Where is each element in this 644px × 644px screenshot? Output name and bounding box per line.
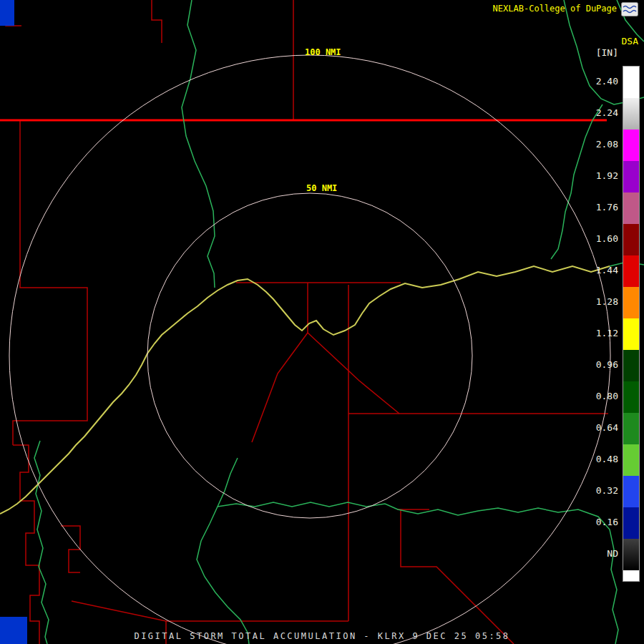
legend-tick-label: 0.64 — [580, 412, 618, 444]
range-rings — [9, 55, 610, 644]
river-highlight — [0, 266, 610, 514]
legend-tick-label: 0.48 — [580, 444, 618, 475]
county-boundaries — [6, 0, 608, 644]
legend-tick-label: 0.96 — [580, 349, 618, 381]
product-code-label: DSA — [622, 36, 638, 47]
product-title: DIGITAL STORM TOTAL ACCUMULATION - KLRX … — [0, 631, 644, 641]
legend-color-swatch — [623, 192, 639, 224]
legend-color-swatch — [623, 224, 639, 255]
legend-color-swatch — [623, 381, 639, 413]
legend-tick-label: 2.24 — [580, 97, 618, 129]
legend-tick-label: 2.08 — [580, 129, 618, 160]
legend-tick-label: 1.12 — [580, 318, 618, 349]
radar-map — [0, 0, 644, 644]
legend-color-swatch — [623, 161, 639, 192]
legend-color-swatch — [623, 318, 639, 350]
legend-tick-label: 0.32 — [580, 475, 618, 507]
legend-tick-label: 1.44 — [580, 255, 618, 286]
cod-logo-icon — [621, 2, 638, 16]
outer-ring-label: 100 NMI — [305, 47, 341, 57]
brand-title: NEXLAB-College of DuPage — [493, 4, 617, 14]
legend-color-swatch — [623, 255, 639, 287]
color-scale-bar — [623, 66, 640, 582]
legend-color-swatch — [623, 350, 639, 381]
legend-tick-label: 2.40 — [580, 66, 618, 97]
legend-tick-label: 0.80 — [580, 381, 618, 412]
units-label: [IN] — [596, 47, 618, 58]
legend-color-swatch — [623, 98, 639, 130]
legend-color-swatch — [623, 476, 639, 507]
inner-ring-label: 50 NMI — [306, 183, 337, 193]
legend-end-block — [623, 570, 639, 581]
legend-tick-label: ND — [580, 538, 618, 570]
legend-color-swatch — [623, 507, 639, 539]
legend-tick-label: 1.60 — [580, 223, 618, 255]
legend-color-swatch — [623, 130, 639, 161]
rivers — [34, 0, 644, 644]
legend-tick-label: 1.92 — [580, 160, 618, 192]
legend-tick-label: 1.76 — [580, 192, 618, 223]
legend-labels: 2.402.242.081.921.761.601.441.281.120.96… — [580, 66, 618, 570]
legend-color-swatch — [623, 539, 639, 570]
radar-display: NEXLAB-College of DuPage DSA [IN] 2.402.… — [0, 0, 644, 644]
legend-color-swatch — [623, 444, 639, 476]
legend-tick-label: 1.28 — [580, 286, 618, 318]
top-left-block — [0, 0, 14, 26]
legend-color-swatch — [623, 413, 639, 444]
legend-tick-label: 0.16 — [580, 507, 618, 538]
legend-color-swatch — [623, 287, 639, 318]
legend-color-swatch — [623, 67, 639, 98]
